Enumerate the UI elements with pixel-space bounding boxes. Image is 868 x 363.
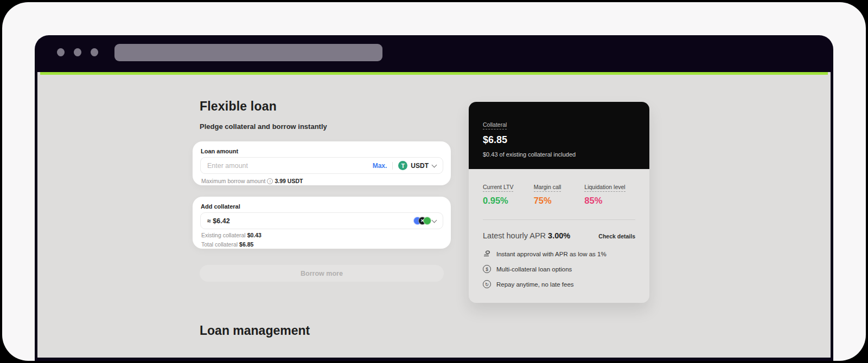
loan-amount-label: Loan amount — [201, 148, 443, 154]
total-collateral-label: Total collateral — [201, 241, 238, 248]
loan-amount-card: Loan amount Enter amount Max. T USDT Max… — [193, 141, 451, 185]
info-icon[interactable]: i — [267, 178, 273, 184]
window-close-button[interactable] — [57, 48, 65, 56]
max-borrow-label: Maximum borrow amount — [201, 178, 265, 184]
benefit-text: Repay anytime, no late fees — [496, 281, 574, 288]
divider — [392, 162, 393, 170]
address-bar[interactable] — [114, 44, 382, 61]
chevron-down-icon[interactable] — [432, 162, 437, 167]
approval-coins-icon — [483, 250, 491, 258]
margin-call-stat: Margin call 75% — [534, 182, 585, 206]
collateral-coins-icon[interactable]: ✕ — [413, 217, 431, 225]
collateral-summary-header: Collateral $6.85 $0.43 of existing colla… — [469, 102, 649, 169]
liquidation-level-stat: Liquidation level 85% — [584, 182, 635, 206]
browser-window: Flexible loan Pledge collateral and borr… — [35, 35, 833, 361]
benefit-item: ↻ Repay anytime, no late fees — [483, 280, 635, 288]
loan-amount-input-box[interactable]: Enter amount Max. T USDT — [200, 157, 443, 174]
coin-green-icon — [423, 217, 431, 225]
liquidation-level-value: 85% — [584, 196, 635, 206]
liquidation-level-label: Liquidation level — [584, 184, 625, 192]
existing-collateral-value: $0.43 — [247, 232, 261, 238]
loan-stats-row: Current LTV 0.95% Margin call 75% Liquid… — [483, 182, 635, 206]
loan-summary-body: Current LTV 0.95% Margin call 75% Liquid… — [469, 169, 649, 303]
borrow-more-button[interactable]: Borrow more — [200, 265, 444, 282]
repay-circle-icon: ↻ — [483, 280, 491, 288]
page-title: Flexible loan — [200, 99, 277, 114]
max-borrow-value: 3.99 USDT — [275, 178, 303, 184]
collateral-amount-input[interactable]: ≈ $6.42 — [207, 217, 413, 225]
benefit-item: Instant approval with APR as low as 1% — [483, 250, 635, 258]
collateral-note: $0.43 of existing collateral included — [483, 151, 635, 158]
divider — [483, 219, 635, 220]
benefits-list: Instant approval with APR as low as 1% $… — [483, 250, 635, 288]
total-collateral-row: Total collateral $6.85 — [200, 241, 443, 248]
margin-call-value: 75% — [534, 196, 585, 206]
current-ltv-label: Current LTV — [483, 184, 513, 192]
chevron-down-icon[interactable] — [432, 217, 437, 223]
page-subtitle: Pledge collateral and borrow instantly — [200, 122, 327, 131]
window-controls — [57, 48, 98, 56]
add-collateral-card: Add collateral ≈ $6.42 ✕ Existing collat… — [193, 197, 451, 249]
tether-icon: T — [398, 161, 407, 170]
dollar-circle-icon: $ — [483, 265, 491, 273]
apr-row: Latest hourly APR 3.00% Check details — [483, 231, 635, 240]
benefit-text: Multi-collateral loan options — [496, 266, 572, 273]
currency-ticker[interactable]: USDT — [411, 162, 429, 170]
collateral-total-value: $6.85 — [483, 134, 635, 146]
check-details-link[interactable]: Check details — [598, 233, 635, 239]
accent-line — [40, 72, 828, 75]
browser-titlebar — [35, 35, 833, 69]
max-button[interactable]: Max. — [373, 162, 387, 170]
existing-collateral-row: Existing collateral $0.43 — [200, 232, 443, 238]
total-collateral-value: $6.85 — [239, 241, 253, 248]
benefit-item: $ Multi-collateral loan options — [483, 265, 635, 273]
add-collateral-label: Add collateral — [201, 203, 443, 210]
max-borrow-helper: Maximum borrow amount i 3.99 USDT — [200, 178, 443, 184]
loan-management-title: Loan management — [200, 323, 310, 338]
collateral-input-box[interactable]: ≈ $6.42 ✕ — [200, 212, 443, 229]
current-ltv-stat: Current LTV 0.95% — [483, 182, 534, 206]
margin-call-label: Margin call — [534, 184, 561, 192]
benefit-text: Instant approval with APR as low as 1% — [496, 251, 607, 257]
existing-collateral-label: Existing collateral — [201, 232, 246, 238]
loan-amount-input[interactable]: Enter amount — [207, 162, 373, 170]
loan-summary-card: Collateral $6.85 $0.43 of existing colla… — [469, 102, 649, 303]
apr-value: 3.00% — [548, 231, 570, 240]
collateral-label: Collateral — [483, 121, 507, 129]
page-content: Flexible loan Pledge collateral and borr… — [37, 72, 831, 358]
window-minimize-button[interactable] — [74, 48, 81, 56]
window-maximize-button[interactable] — [91, 48, 98, 56]
current-ltv-value: 0.95% — [483, 196, 534, 206]
apr-label: Latest hourly APR 3.00% — [483, 231, 570, 240]
